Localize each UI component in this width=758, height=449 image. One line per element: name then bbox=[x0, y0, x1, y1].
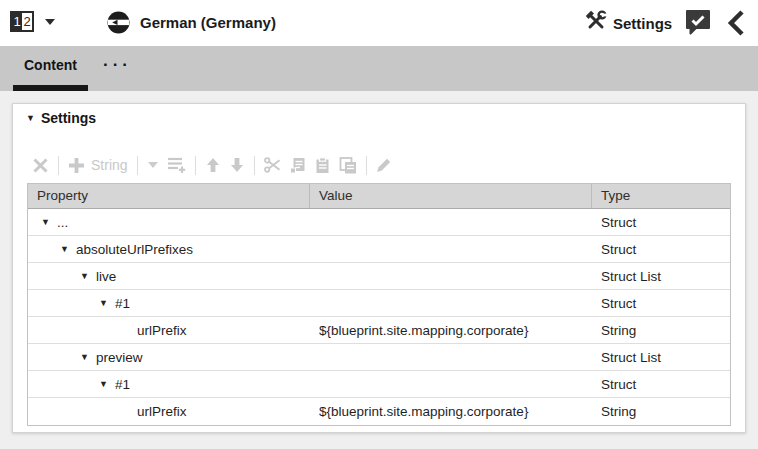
site-locale-icon bbox=[107, 11, 130, 38]
studio-form-window: 1 2 German (Germany) bbox=[0, 0, 758, 449]
toolbar-separator bbox=[254, 156, 255, 175]
row-expander-icon[interactable]: ▼ bbox=[80, 271, 89, 281]
table-header-row: Property Value Type bbox=[28, 184, 730, 209]
copy-button[interactable] bbox=[289, 157, 306, 174]
table-row[interactable]: ▼ ... Struct bbox=[28, 209, 730, 236]
property-name: preview bbox=[96, 350, 143, 365]
settings-property-panel: ▼ Settings String bbox=[12, 103, 746, 433]
table-row[interactable]: urlPrefix ${blueprint.site.mapping.corpo… bbox=[28, 398, 730, 425]
toolbar-separator bbox=[58, 156, 59, 175]
property-name: ... bbox=[57, 215, 68, 230]
move-down-button[interactable] bbox=[229, 157, 245, 173]
paste-into-button[interactable] bbox=[339, 157, 357, 174]
property-type: Struct bbox=[591, 242, 730, 257]
tab-more-button[interactable]: ··· bbox=[103, 46, 132, 85]
locale-title: German (Germany) bbox=[140, 0, 276, 46]
property-name: urlPrefix bbox=[137, 404, 187, 419]
struct-property-table: Property Value Type ▼ ... Struct ▼ absol… bbox=[27, 183, 731, 426]
add-to-list-button[interactable] bbox=[167, 156, 186, 174]
add-property-button[interactable]: String bbox=[68, 157, 128, 174]
table-row[interactable]: ▼ #1 Struct bbox=[28, 371, 730, 398]
toolbar-separator bbox=[366, 156, 367, 175]
table-row[interactable]: ▼ absoluteUrlPrefixes Struct bbox=[28, 236, 730, 263]
section-title: Settings bbox=[41, 110, 96, 126]
paste-button[interactable] bbox=[314, 157, 331, 174]
property-name: #1 bbox=[115, 296, 130, 311]
view-switcher-button[interactable]: 1 2 bbox=[10, 11, 34, 32]
table-row[interactable]: ▼ live Struct List bbox=[28, 263, 730, 290]
form-header-bar: 1 2 German (Germany) bbox=[0, 0, 758, 46]
settings-section-header[interactable]: ▼ Settings bbox=[26, 110, 96, 126]
toolbar-separator bbox=[195, 156, 196, 175]
property-type: Struct bbox=[591, 377, 730, 392]
tab-strip: Content ··· bbox=[0, 46, 758, 91]
table-row[interactable]: ▼ #1 Struct bbox=[28, 290, 730, 317]
table-row[interactable]: ▼ preview Struct List bbox=[28, 344, 730, 371]
struct-editor-toolbar: String bbox=[28, 152, 396, 178]
section-expander-icon[interactable]: ▼ bbox=[26, 113, 35, 123]
property-name: urlPrefix bbox=[137, 323, 187, 338]
active-tab-underline bbox=[13, 85, 88, 91]
property-type: Struct bbox=[591, 296, 730, 311]
view-pane-1-label: 1 bbox=[12, 13, 22, 30]
property-name: #1 bbox=[115, 377, 130, 392]
collapse-panel-button[interactable] bbox=[725, 10, 747, 36]
remove-property-button[interactable] bbox=[32, 157, 49, 174]
property-type: String bbox=[591, 404, 730, 419]
edit-property-button[interactable] bbox=[376, 157, 392, 173]
row-expander-icon[interactable]: ▼ bbox=[99, 379, 108, 389]
row-expander-icon[interactable]: ▼ bbox=[80, 352, 89, 362]
doctype-label: Settings bbox=[613, 15, 672, 32]
row-expander-icon[interactable]: ▼ bbox=[99, 298, 108, 308]
row-expander-icon[interactable]: ▼ bbox=[41, 217, 50, 227]
property-value: ${blueprint.site.mapping.corporate} bbox=[309, 323, 591, 338]
property-type: Struct List bbox=[591, 350, 730, 365]
move-up-button[interactable] bbox=[205, 157, 221, 173]
property-value: ${blueprint.site.mapping.corporate} bbox=[309, 404, 591, 419]
property-type: String bbox=[591, 323, 730, 338]
tab-content[interactable]: Content bbox=[24, 46, 77, 85]
view-switcher-dropdown-icon[interactable] bbox=[45, 19, 55, 25]
column-header-value[interactable]: Value bbox=[309, 184, 591, 208]
view-pane-2-label: 2 bbox=[22, 13, 32, 30]
column-header-type[interactable]: Type bbox=[591, 184, 730, 208]
settings-tools-icon bbox=[585, 10, 607, 36]
doctype-indicator: Settings bbox=[585, 0, 672, 46]
property-name: absoluteUrlPrefixes bbox=[76, 242, 193, 257]
property-name: live bbox=[96, 269, 116, 284]
property-type: Struct bbox=[591, 215, 730, 230]
add-property-type-label: String bbox=[91, 157, 128, 173]
row-expander-icon[interactable]: ▼ bbox=[60, 244, 69, 254]
property-type: Struct List bbox=[591, 269, 730, 284]
issues-check-button[interactable] bbox=[684, 8, 712, 36]
toolbar-separator bbox=[137, 156, 138, 175]
cut-button[interactable] bbox=[264, 157, 281, 173]
column-header-property[interactable]: Property bbox=[28, 184, 309, 208]
add-type-dropdown-button[interactable] bbox=[147, 160, 159, 170]
table-row[interactable]: urlPrefix ${blueprint.site.mapping.corpo… bbox=[28, 317, 730, 344]
